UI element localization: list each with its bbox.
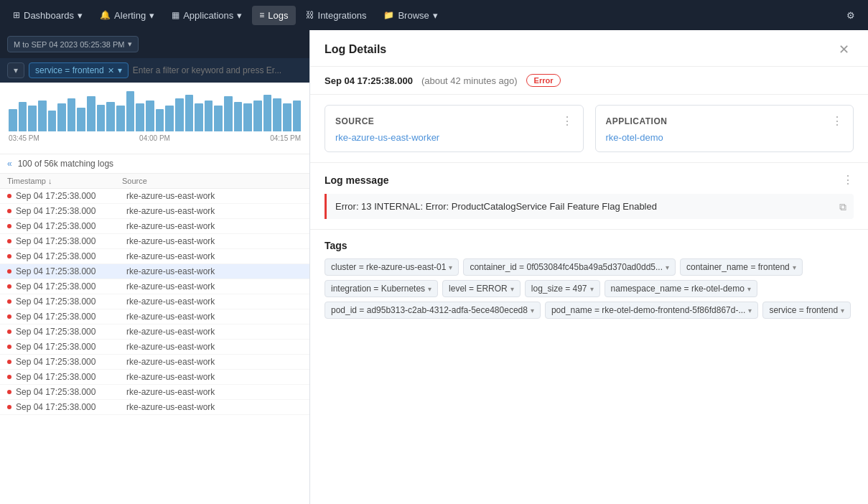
chart-bar — [283, 103, 291, 131]
date-range-label: M to SEP 04 2023 05:25:38 PM — [14, 40, 125, 49]
chevron-down-icon: ▾ — [748, 307, 752, 314]
log-row[interactable]: Sep 04 17:25:38.000rke-azure-us-east-wor… — [0, 370, 309, 385]
log-message-text: Error: 13 INTERNAL: Error: ProductCatalo… — [335, 201, 657, 212]
chart-bar — [38, 101, 47, 131]
error-badge: Error — [526, 74, 561, 87]
left-toolbar: M to SEP 04 2023 05:25:38 PM ▾ — [0, 30, 309, 58]
log-row[interactable]: Sep 04 17:25:38.000rke-azure-us-east-wor… — [0, 219, 309, 234]
log-row[interactable]: Sep 04 17:25:38.000rke-azure-us-east-wor… — [0, 249, 309, 264]
filter-input[interactable] — [133, 65, 302, 75]
tag-pill[interactable]: container_name = frontend▾ — [680, 258, 803, 276]
log-rows: Sep 04 17:25:38.000rke-azure-us-east-wor… — [0, 189, 309, 504]
log-meta: Sep 04 17:25:38.000 (about 42 minutes ag… — [310, 67, 868, 95]
log-row-source: rke-azure-us-east-work — [126, 191, 302, 201]
log-row[interactable]: Sep 04 17:25:38.000rke-azure-us-east-wor… — [0, 264, 309, 279]
log-row-source: rke-azure-us-east-work — [126, 251, 302, 261]
tag-label: namespace_name = rke-otel-demo — [611, 284, 745, 294]
chart-bar — [77, 108, 85, 131]
nav-logs[interactable]: ≡ Logs — [252, 6, 295, 25]
log-row[interactable]: Sep 04 17:25:38.000rke-azure-us-east-wor… — [0, 325, 309, 340]
tag-pill[interactable]: container_id = 0f053084fc45ba49a5d370ad0… — [463, 258, 676, 276]
nav-browse[interactable]: 📁 Browse ▾ — [376, 6, 444, 25]
log-row[interactable]: Sep 04 17:25:38.000rke-azure-us-east-wor… — [0, 279, 309, 294]
log-row[interactable]: Sep 04 17:25:38.000rke-azure-us-east-wor… — [0, 234, 309, 249]
tag-pill[interactable]: cluster = rke-azure-us-east-01▾ — [325, 258, 459, 276]
chart-bar — [185, 95, 194, 131]
log-row[interactable]: Sep 04 17:25:38.000rke-azure-us-east-wor… — [0, 294, 309, 309]
chart-bar — [224, 96, 233, 131]
date-range-button[interactable]: M to SEP 04 2023 05:25:38 PM ▾ — [7, 36, 139, 52]
log-row-source: rke-azure-us-east-work — [126, 221, 302, 231]
tag-label: pod_name = rke-otel-demo-frontend-5f86fd… — [551, 305, 746, 315]
log-row-source: rke-azure-us-east-work — [126, 312, 302, 322]
log-row[interactable]: Sep 04 17:25:38.000rke-azure-us-east-wor… — [0, 400, 309, 415]
log-row-timestamp: Sep 04 17:25:38.000 — [16, 266, 126, 276]
chart-bar — [175, 98, 184, 131]
back-arrows-icon[interactable]: « — [7, 159, 12, 169]
browse-icon: 📁 — [383, 10, 394, 20]
log-row[interactable]: Sep 04 17:25:38.000rke-azure-us-east-wor… — [0, 204, 309, 219]
log-message-menu-icon[interactable]: ⋮ — [842, 173, 854, 187]
info-cards: Source ⋮ rke-azure-us-east-worker Applic… — [310, 95, 868, 163]
left-panel: M to SEP 04 2023 05:25:38 PM ▾ ▾ service… — [0, 30, 310, 504]
chart-bar — [214, 106, 223, 131]
source-menu-icon[interactable]: ⋮ — [561, 114, 573, 128]
chart-bar — [97, 105, 106, 131]
error-dot-icon — [7, 405, 11, 409]
chart-bar — [234, 102, 243, 131]
chevron-down-icon: ▾ — [531, 307, 534, 314]
log-row-timestamp: Sep 04 17:25:38.000 — [16, 191, 126, 201]
chart-bar — [146, 101, 154, 131]
filter-tag-service[interactable]: service = frontend ✕ ▾ — [29, 62, 129, 78]
settings-button[interactable]: ⚙ — [839, 6, 862, 25]
filter-type-dropdown[interactable]: ▾ — [7, 62, 24, 78]
chevron-down-icon: ▾ — [747, 285, 751, 293]
log-row-timestamp: Sep 04 17:25:38.000 — [16, 251, 126, 261]
right-panel: Log Details ✕ Sep 04 17:25:38.000 (about… — [310, 30, 868, 504]
alerting-icon: 🔔 — [100, 10, 111, 20]
tag-pill[interactable]: pod_name = rke-otel-demo-frontend-5f86fd… — [545, 302, 759, 319]
tag-pill[interactable]: level = ERROR▾ — [442, 280, 521, 297]
tag-label: integration = Kubernetes — [331, 284, 425, 294]
log-message-title: Log message — [325, 174, 388, 186]
sort-icon[interactable]: ↓ — [48, 177, 52, 185]
tags-header: Tags — [325, 240, 854, 251]
log-row[interactable]: Sep 04 17:25:38.000rke-azure-us-east-wor… — [0, 189, 309, 204]
error-dot-icon — [7, 345, 11, 349]
log-row[interactable]: Sep 04 17:25:38.000rke-azure-us-east-wor… — [0, 340, 309, 355]
close-button[interactable]: ✕ — [834, 40, 854, 59]
source-value: rke-azure-us-east-worker — [335, 132, 573, 143]
log-row-timestamp: Sep 04 17:25:38.000 — [16, 327, 126, 337]
error-dot-icon — [7, 314, 11, 319]
tag-pill[interactable]: service = frontend▾ — [762, 302, 851, 319]
error-dot-icon — [7, 390, 11, 394]
log-row-source: rke-azure-us-east-work — [126, 327, 302, 337]
log-row[interactable]: Sep 04 17:25:38.000rke-azure-us-east-wor… — [0, 309, 309, 325]
tag-pill[interactable]: pod_id = ad95b313-c2ab-4312-adfa-5ece480… — [325, 302, 541, 319]
chart-bar — [87, 96, 95, 131]
log-row[interactable]: Sep 04 17:25:38.000rke-azure-us-east-wor… — [0, 385, 309, 400]
log-row[interactable]: Sep 04 17:25:38.000rke-azure-us-east-wor… — [0, 355, 309, 370]
chart-bar — [48, 111, 57, 131]
chart-bar — [57, 103, 66, 131]
log-details-title: Log Details — [325, 43, 386, 56]
nav-integrations[interactable]: ⛓ Integrations — [299, 6, 374, 25]
tag-pill[interactable]: integration = Kubernetes▾ — [325, 280, 438, 297]
application-menu-icon[interactable]: ⋮ — [831, 114, 843, 128]
nav-applications[interactable]: ▦ Applications ▾ — [164, 6, 249, 25]
col-timestamp-header: Timestamp ↓ — [7, 177, 122, 185]
nav-alerting[interactable]: 🔔 Alerting ▾ — [93, 6, 162, 25]
chart-bar — [195, 103, 203, 131]
log-row-source: rke-azure-us-east-work — [126, 357, 302, 367]
nav-dashboards[interactable]: ⊞ Dashboards ▾ — [6, 6, 90, 25]
filter-tag-label: service = frontend — [35, 65, 104, 75]
copy-icon[interactable]: ⧉ — [839, 201, 846, 213]
chart-bar — [19, 102, 27, 131]
filter-tag-chevron: ▾ — [118, 65, 122, 75]
filter-tag-close[interactable]: ✕ — [108, 66, 114, 75]
tag-pill[interactable]: log_size = 497▾ — [525, 280, 600, 297]
log-row-timestamp: Sep 04 17:25:38.000 — [16, 297, 126, 307]
chart-bar — [116, 106, 125, 131]
log-row-timestamp: Sep 04 17:25:38.000 — [16, 312, 126, 322]
tag-pill[interactable]: namespace_name = rke-otel-demo▾ — [605, 280, 757, 297]
